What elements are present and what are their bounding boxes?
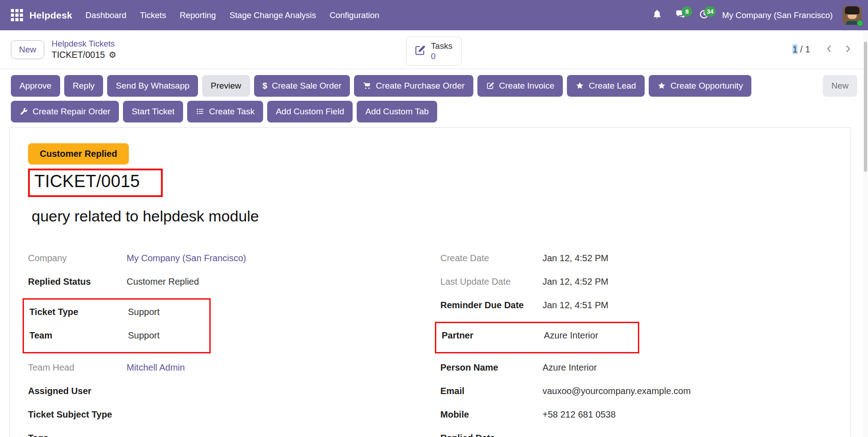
apps-grid-icon[interactable]: [11, 9, 23, 21]
scrollbar-thumb[interactable]: [864, 42, 867, 172]
reply-button[interactable]: Reply: [64, 75, 104, 97]
field-value: Jan 12, 4:52 PM: [542, 253, 609, 263]
create-invoice-button[interactable]: Create Invoice: [477, 75, 563, 97]
edit-icon: [486, 81, 495, 90]
create-purchase-order-button[interactable]: Create Purchase Order: [354, 75, 473, 97]
app-name[interactable]: Helpdesk: [29, 10, 72, 21]
field-value: Support: [128, 330, 160, 341]
pager-current: 1: [793, 44, 797, 54]
field-row-last-update-date: Last Update DateJan 12, 4:52 PM: [440, 275, 832, 288]
field-value: vauxoo@yourcompany.example.com: [542, 386, 691, 396]
breadcrumb-parent-link[interactable]: Helpdesk Tickets: [52, 39, 116, 49]
field-label: Team Head: [28, 362, 127, 373]
button-label: Create Invoice: [499, 80, 555, 91]
field-row-ticket-subject-type: Ticket Subject Type: [28, 408, 426, 421]
field-value[interactable]: Mitchell Admin: [127, 362, 185, 373]
company-switcher[interactable]: My Company (San Francisco): [722, 10, 833, 20]
field-value: Azure Interior: [542, 362, 597, 373]
action-row-1: ApproveReplySend By WhatsappPreview$Crea…: [11, 75, 857, 97]
create-repair-order-button[interactable]: Create Repair Order: [11, 101, 119, 122]
bell-icon: [652, 9, 662, 21]
nav-item-tickets[interactable]: Tickets: [133, 0, 173, 30]
field-row-team: TeamSupport: [29, 329, 205, 342]
stage-new-button[interactable]: New: [823, 75, 857, 97]
chevron-right-icon: [843, 49, 854, 56]
star-icon: [576, 81, 584, 90]
button-label: Approve: [19, 80, 52, 91]
systray: 8 34 My Company (San Francisco): [647, 5, 862, 25]
approve-button[interactable]: Approve: [11, 75, 60, 97]
edit-note-icon: [414, 44, 426, 58]
field-row-partner: PartnerAzure Interior: [442, 329, 633, 342]
button-label: Create Sale Order: [272, 80, 341, 91]
ticket-title[interactable]: query related to helpdesk module: [28, 207, 832, 225]
nav-item-configuration[interactable]: Configuration: [323, 0, 386, 30]
field-value: Support: [128, 307, 160, 317]
pager-value: 1 / 1: [793, 44, 810, 55]
nav-item-reporting[interactable]: Reporting: [173, 0, 222, 30]
field-label: Team: [29, 330, 128, 341]
button-label: Preview: [211, 80, 241, 91]
field-label: Ticket Type: [29, 307, 128, 317]
field-row-assigned-user: Assigned User: [28, 384, 426, 398]
notifications-button[interactable]: [647, 5, 667, 25]
field-label: Assigned User: [28, 386, 127, 396]
field-label: Mobile: [440, 409, 542, 420]
wrench-icon: [19, 107, 28, 116]
field-row-reminder-due-date: Reminder Due DateJan 12, 4:51 PM: [440, 298, 832, 312]
field-row-tags: Tags: [28, 431, 426, 437]
ticket-form-sheet: Customer Replied TICKET/0015 query relat…: [9, 127, 851, 437]
breadcrumb-current: TICKET/0015: [52, 50, 105, 60]
button-label: Reply: [73, 80, 95, 91]
button-label: Start Ticket: [132, 106, 175, 117]
button-label: New: [831, 80, 849, 91]
start-ticket-button[interactable]: Start Ticket: [123, 101, 183, 122]
pager-next-button[interactable]: [841, 42, 855, 57]
field-label: Reminder Due Date: [440, 300, 542, 310]
nav-item-dashboard[interactable]: Dashboard: [79, 0, 133, 30]
field-row-create-date: Create DateJan 12, 4:52 PM: [440, 251, 832, 265]
create-lead-button[interactable]: Create Lead: [567, 75, 645, 97]
status-badge: Customer Replied: [28, 143, 129, 164]
create-task-button[interactable]: Create Task: [187, 101, 263, 122]
scrollbar-track[interactable]: [863, 30, 868, 437]
field-label: Ticket Subject Type: [28, 409, 127, 420]
field-label: Partner: [442, 330, 544, 341]
gear-icon[interactable]: ⚙: [108, 51, 116, 59]
pager: 1 / 1: [793, 42, 855, 57]
tasks-stat-button[interactable]: Tasks 0: [406, 37, 462, 66]
create-opportunity-button[interactable]: Create Opportunity: [649, 75, 752, 97]
field-row-ticket-type: Ticket TypeSupport: [29, 305, 205, 319]
user-avatar[interactable]: [843, 6, 862, 25]
nav-item-stage-change-analysis[interactable]: Stage Change Analysis: [223, 0, 323, 30]
field-row-team-head: Team HeadMitchell Admin: [28, 361, 426, 374]
button-label: Send By Whatsapp: [116, 80, 189, 91]
annotation-red-box-reference: TICKET/0015: [28, 169, 163, 197]
breadcrumb: Helpdesk Tickets TICKET/0015 ⚙: [52, 39, 116, 60]
annotation-red-box: PartnerAzure Interior: [435, 322, 639, 353]
list-icon: [196, 107, 204, 116]
activities-badge: 34: [704, 6, 716, 17]
activities-button[interactable]: 34: [694, 5, 714, 25]
field-label: Last Update Date: [440, 277, 542, 287]
field-value[interactable]: My Company (San Francisco): [127, 253, 246, 263]
fields-column-right: Create DateJan 12, 4:52 PMLast Update Da…: [426, 251, 832, 437]
field-label: Company: [28, 253, 127, 263]
send-by-whatsapp-button[interactable]: Send By Whatsapp: [107, 75, 198, 97]
add-custom-field-button[interactable]: Add Custom Field: [267, 101, 353, 122]
messages-button[interactable]: 8: [670, 5, 690, 25]
add-custom-tab-button[interactable]: Add Custom Tab: [357, 101, 437, 122]
field-row-company: CompanyMy Company (San Francisco): [28, 251, 426, 265]
new-record-button[interactable]: New: [11, 40, 44, 59]
pager-previous-button[interactable]: [822, 42, 836, 57]
create-sale-order-button[interactable]: $Create Sale Order: [254, 75, 350, 97]
avatar-hair: [845, 6, 859, 14]
field-label: Replied Date: [440, 433, 542, 437]
control-panel: New Helpdesk Tickets TICKET/0015 ⚙ Tasks…: [0, 30, 868, 69]
field-row-person-name: Person NameAzure Interior: [440, 361, 832, 374]
button-label: Create Task: [209, 106, 255, 117]
action-row-2: Create Repair OrderStart TicketCreate Ta…: [11, 101, 857, 122]
preview-button[interactable]: Preview: [202, 75, 250, 97]
dollar-icon: $: [263, 80, 268, 91]
fields-column-left: CompanyMy Company (San Francisco)Replied…: [28, 251, 426, 437]
